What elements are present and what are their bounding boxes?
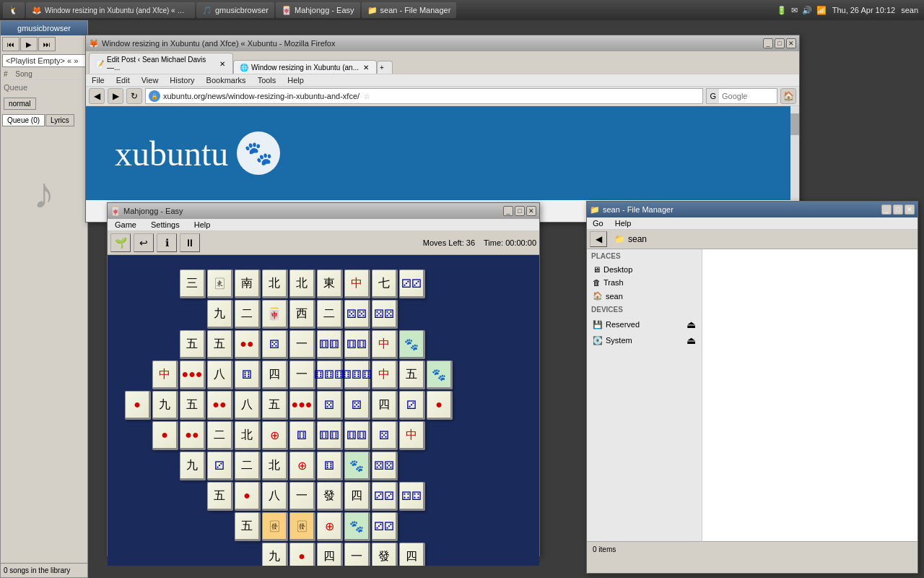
tile-r10c2[interactable]: ●: [289, 543, 315, 566]
tile-r6c3[interactable]: 二: [207, 421, 233, 450]
fm-sidebar-sean[interactable]: 🏠 sean: [587, 289, 702, 303]
tile-r4c8[interactable]: ⚅⚅⚅: [344, 361, 370, 389]
tile-r3c8[interactable]: 中: [372, 330, 398, 359]
tile-r1c9[interactable]: ⚂⚂: [399, 269, 425, 298]
tile-r8c5[interactable]: 發: [317, 482, 343, 511]
tile-r6c8[interactable]: ⚅⚅: [344, 421, 370, 450]
tile-r8c6[interactable]: 四: [344, 482, 370, 511]
gmb-next-button[interactable]: ⏭: [38, 37, 56, 51]
tile-r6c1[interactable]: ●: [152, 421, 178, 450]
tile-r7c2[interactable]: ⚂: [207, 452, 233, 480]
tile-r1c1[interactable]: 三: [180, 269, 206, 298]
taskbar-gmusicbrowser[interactable]: 🎵 gmusicbrowser: [196, 2, 274, 18]
tile-r8c2[interactable]: ●: [235, 482, 261, 511]
tile-r9c1[interactable]: 五: [235, 512, 261, 541]
tile-r4c11[interactable]: 🐾: [427, 361, 453, 389]
tile-r4c6[interactable]: 一: [289, 361, 315, 389]
tile-r1c4[interactable]: 北: [262, 269, 288, 298]
fm-menu-go[interactable]: Go: [587, 217, 609, 229]
firefox-menu-history[interactable]: History: [164, 74, 200, 86]
tile-r5c7[interactable]: ●●●: [289, 391, 315, 420]
tile-r5c8[interactable]: ⚄: [317, 391, 343, 420]
firefox-menu-tools[interactable]: Tools: [252, 74, 282, 86]
tile-r5c11[interactable]: ⚂: [399, 391, 425, 420]
firefox-menu-help[interactable]: Help: [282, 74, 310, 86]
tile-r3c6[interactable]: ⚅⚅: [317, 330, 343, 359]
firefox-forward-button[interactable]: ▶: [108, 88, 123, 104]
fm-sidebar-reserved[interactable]: 💾 Reserved ⏏: [587, 316, 702, 332]
gmb-queue-tab[interactable]: Queue (0): [2, 114, 45, 126]
tile-r10c4[interactable]: 一: [344, 543, 370, 566]
mahjongg-info-button[interactable]: ℹ: [157, 233, 177, 252]
tile-r6c2[interactable]: ●●: [180, 421, 206, 450]
tile-r8c7[interactable]: ⚂⚂: [372, 482, 398, 511]
tile-r1c6[interactable]: 東: [317, 269, 343, 298]
tile-r5c2[interactable]: 九: [152, 391, 178, 420]
firefox-tab-1[interactable]: 🌐 Window resizing in Xubuntu (an... ✕: [233, 60, 377, 74]
tile-r4c3[interactable]: 八: [207, 361, 233, 389]
tile-r2c7[interactable]: ⚄⚄: [372, 300, 398, 329]
tile-r7c5[interactable]: ⊕: [289, 452, 315, 480]
fm-close-button[interactable]: ✕: [905, 204, 915, 215]
tile-r4c1[interactable]: 中: [152, 361, 178, 389]
firefox-menu-edit[interactable]: Edit: [110, 74, 136, 86]
tile-r8c8[interactable]: ⚃⚃: [399, 482, 425, 511]
tile-r1c8[interactable]: 七: [372, 269, 398, 298]
tile-r3c9[interactable]: 🐾: [399, 330, 425, 359]
tile-r4c7[interactable]: ⚅⚅⚅: [317, 361, 343, 389]
firefox-back-button[interactable]: ◀: [89, 88, 105, 104]
tile-r5c4[interactable]: ●●: [207, 391, 233, 420]
mahjongg-undo-button[interactable]: ↩: [134, 233, 154, 252]
taskbar-firefox[interactable]: 🦊 Window resizing in Xubuntu (and Xfce) …: [26, 2, 195, 18]
mahjongg-new-button[interactable]: 🌱: [110, 233, 131, 252]
tile-r10c1[interactable]: 九: [262, 543, 288, 566]
tile-r3c3[interactable]: ●●: [235, 330, 261, 359]
firefox-maximize-button[interactable]: □: [775, 38, 785, 48]
tile-r9c6[interactable]: ⚂⚂: [372, 512, 398, 541]
tile-r7c1[interactable]: 九: [180, 452, 206, 480]
mahjongg-minimize-button[interactable]: _: [503, 206, 513, 216]
tile-r7c3[interactable]: 二: [235, 452, 261, 480]
tile-r4c5[interactable]: 四: [262, 361, 288, 389]
tile-r5c1[interactable]: ●: [125, 391, 151, 420]
mahjongg-pause-button[interactable]: ⏸: [180, 233, 200, 252]
tile-r2c2[interactable]: 二: [235, 300, 261, 329]
mahjongg-menu-game[interactable]: Game: [108, 219, 144, 230]
tile-r4c10[interactable]: 五: [399, 361, 425, 389]
firefox-refresh-button[interactable]: ↻: [126, 88, 142, 104]
tile-r9c5[interactable]: 🐾: [344, 512, 370, 541]
fm-sidebar-desktop[interactable]: 🖥 Desktop: [587, 263, 702, 276]
tile-r6c4[interactable]: 北: [235, 421, 261, 450]
tile-r2c4[interactable]: 西: [289, 300, 315, 329]
tile-r5c10[interactable]: 四: [372, 391, 398, 420]
firefox-menu-view[interactable]: View: [136, 74, 165, 86]
tile-r2c5[interactable]: 二: [317, 300, 343, 329]
tile-r10c6[interactable]: 四: [399, 543, 425, 566]
tile-r6c10[interactable]: 中: [399, 421, 425, 450]
firefox-close-button[interactable]: ✕: [786, 38, 796, 48]
firefox-menu-bookmarks[interactable]: Bookmarks: [201, 74, 252, 86]
gmb-play-button[interactable]: ▶: [20, 37, 38, 51]
tile-r5c5[interactable]: 八: [235, 391, 261, 420]
tile-r1c7[interactable]: 中: [344, 269, 370, 298]
tile-r5c3[interactable]: 五: [180, 391, 206, 420]
firefox-menu-file[interactable]: File: [86, 74, 110, 86]
tile-r7c7[interactable]: 🐾: [344, 452, 370, 480]
fm-minimize-button[interactable]: _: [881, 204, 892, 215]
tile-r6c6[interactable]: ⚅: [289, 421, 315, 450]
tile-r1c3[interactable]: 南: [235, 269, 261, 298]
tile-r5c9[interactable]: ⚄: [344, 391, 370, 420]
tile-r7c8[interactable]: ⚄⚄: [372, 452, 398, 480]
fm-sidebar-system[interactable]: 💽 System ⏏: [587, 332, 702, 348]
tab-1-close[interactable]: ✕: [362, 63, 370, 72]
fm-maximize-button[interactable]: □: [893, 204, 903, 215]
tile-r2c6[interactable]: ⚄⚄: [344, 300, 370, 329]
taskbar-filemanager[interactable]: 📁 sean - File Manager: [362, 2, 457, 18]
tile-r7c6[interactable]: ⚅: [317, 452, 343, 480]
firefox-search-box[interactable]: G: [706, 88, 777, 104]
eject-reserved-icon[interactable]: ⏏: [687, 319, 696, 330]
taskbar-mahjongg[interactable]: 🀄 Mahjongg - Easy: [276, 2, 360, 18]
scrollbar-thumb[interactable]: [790, 113, 799, 135]
tile-r7c4[interactable]: 北: [262, 452, 288, 480]
tile-r1c5[interactable]: 北: [289, 269, 315, 298]
